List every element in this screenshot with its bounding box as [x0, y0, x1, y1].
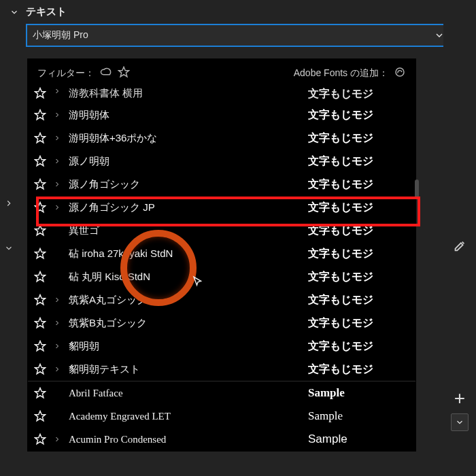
font-sample: Sample	[308, 386, 410, 400]
expand-family-icon[interactable]	[50, 180, 65, 188]
favorite-toggle[interactable]	[31, 87, 50, 99]
expand-family-icon[interactable]	[50, 111, 65, 119]
svg-marker-9	[35, 249, 46, 258]
svg-marker-14	[35, 364, 46, 374]
favorite-toggle[interactable]	[31, 433, 50, 445]
font-select-value[interactable]: 小塚明朝 Pro	[27, 27, 430, 44]
font-name: 異世ゴ	[65, 224, 308, 237]
expand-family-icon[interactable]	[50, 435, 65, 443]
expand-family-icon[interactable]	[50, 157, 65, 165]
svg-marker-11	[35, 295, 46, 305]
favorite-toggle[interactable]	[31, 201, 50, 214]
favorite-toggle[interactable]	[31, 317, 50, 329]
font-name: 游明朝体+36ポかな	[65, 132, 308, 145]
font-name: Acumin Pro Condensed	[65, 434, 308, 445]
panel-expand-icon[interactable]	[4, 199, 14, 210]
cloud-sync-icon[interactable]	[100, 66, 112, 80]
favorite-toggle[interactable]	[31, 224, 50, 237]
svg-marker-10	[35, 272, 46, 282]
favorite-toggle[interactable]	[31, 109, 50, 121]
add-button[interactable]: +	[449, 388, 471, 409]
font-sample: 文字もじモジ	[308, 87, 410, 101]
font-row[interactable]: 貂明朝テキスト文字もじモジ	[28, 358, 415, 381]
font-row[interactable]: 源ノ角ゴシック文字もじモジ	[28, 173, 415, 196]
font-row[interactable]: 貂明朝文字もじモジ	[28, 335, 415, 358]
font-sample: Sample	[308, 432, 410, 446]
svg-marker-6	[35, 180, 46, 189]
font-row[interactable]: 游明朝体+36ポかな文字もじモジ	[28, 126, 415, 150]
font-row[interactable]: Academy Engraved LETSample	[28, 405, 415, 428]
favorite-toggle[interactable]	[31, 410, 50, 422]
svg-marker-4	[35, 133, 46, 143]
font-row[interactable]: Acumin Pro CondensedSample	[28, 428, 415, 451]
favorite-toggle[interactable]	[31, 132, 50, 144]
svg-marker-13	[35, 341, 46, 351]
font-sample: 文字もじモジ	[308, 224, 410, 238]
font-name: Abril Fatface	[65, 388, 308, 399]
favorite-toggle[interactable]	[31, 387, 50, 399]
text-section-header[interactable]: テキスト	[0, 0, 476, 24]
font-sample: 文字もじモジ	[308, 131, 410, 146]
svg-marker-12	[35, 318, 46, 328]
font-row[interactable]: 源ノ角ゴシック JP文字もじモジ	[28, 196, 415, 219]
favorite-toggle[interactable]	[31, 294, 50, 306]
font-sample: 文字もじモジ	[308, 316, 410, 330]
font-sample: 文字もじモジ	[308, 362, 410, 377]
font-select[interactable]: 小塚明朝 Pro	[27, 25, 449, 46]
panel-collapse-button[interactable]	[451, 413, 469, 431]
section-title: テキスト	[26, 5, 67, 18]
expand-family-icon[interactable]	[50, 134, 65, 142]
font-row[interactable]: 砧 丸明 Kiso StdN文字もじモジ	[28, 265, 415, 288]
svg-marker-17	[35, 435, 46, 444]
font-name: 游教科書体 横用	[65, 87, 308, 100]
favorite-toggle[interactable]	[31, 340, 50, 352]
favorite-toggle[interactable]	[31, 178, 50, 190]
font-sample: Sample	[308, 409, 410, 423]
font-dropdown: フィルター： Adobe Fonts の追加： 游教科書体 横用文字もじモジ游明…	[27, 58, 416, 452]
filter-label: フィルター：	[37, 67, 95, 80]
font-sample: 文字もじモジ	[308, 247, 410, 261]
expand-family-icon[interactable]	[50, 203, 65, 211]
expand-family-icon[interactable]	[50, 319, 65, 327]
font-list[interactable]: 游教科書体 横用文字もじモジ游明朝体文字もじモジ游明朝体+36ポかな文字もじモジ…	[28, 87, 415, 451]
favorite-toggle[interactable]	[31, 155, 50, 167]
font-row[interactable]: 游明朝体文字もじモジ	[28, 103, 415, 126]
favorite-filter-icon[interactable]	[118, 66, 130, 80]
favorite-toggle[interactable]	[31, 248, 50, 260]
font-name: 貂明朝	[65, 340, 308, 353]
svg-marker-5	[35, 156, 46, 166]
favorite-toggle[interactable]	[31, 271, 50, 283]
chevron-down-icon	[10, 7, 19, 17]
font-sample: 文字もじモジ	[308, 293, 410, 307]
font-row[interactable]: 異世ゴ文字もじモジ	[28, 219, 415, 242]
font-row[interactable]: 筑紫B丸ゴシック文字もじモジ	[28, 311, 415, 335]
font-sample: 文字もじモジ	[308, 177, 410, 192]
font-name: 源ノ明朝	[65, 155, 308, 168]
expand-family-icon[interactable]	[50, 87, 65, 95]
font-name: 筑紫A丸ゴシック	[65, 294, 308, 307]
svg-point-1	[396, 68, 404, 76]
font-row[interactable]: Abril FatfaceSample	[28, 381, 415, 405]
tools-icon[interactable]	[449, 235, 471, 257]
svg-marker-7	[35, 203, 46, 212]
font-name: Academy Engraved LET	[65, 411, 308, 422]
creative-cloud-icon[interactable]	[394, 66, 406, 80]
svg-marker-8	[35, 226, 46, 235]
expand-family-icon[interactable]	[50, 342, 65, 350]
font-name: 源ノ角ゴシック	[65, 178, 308, 191]
font-name: 砧 iroha 27keyaki StdN	[65, 248, 308, 260]
font-row[interactable]: 源ノ明朝文字もじモジ	[28, 150, 415, 173]
font-row[interactable]: 砧 iroha 27keyaki StdN文字もじモジ	[28, 242, 415, 265]
font-row[interactable]: 游教科書体 横用文字もじモジ	[28, 87, 415, 103]
font-list-scrollbar[interactable]	[416, 58, 419, 469]
svg-marker-0	[119, 67, 129, 77]
right-rail: +	[443, 0, 476, 476]
expand-family-icon[interactable]	[50, 296, 65, 304]
favorite-toggle[interactable]	[31, 363, 50, 375]
font-name: 筑紫B丸ゴシック	[65, 317, 308, 330]
chevron-down-icon[interactable]	[4, 243, 14, 255]
add-adobe-fonts-label: Adobe Fonts の追加：	[294, 67, 388, 80]
scroll-thumb[interactable]	[415, 180, 419, 199]
font-row[interactable]: 筑紫A丸ゴシック文字もじモジ	[28, 288, 415, 311]
expand-family-icon[interactable]	[50, 365, 65, 373]
